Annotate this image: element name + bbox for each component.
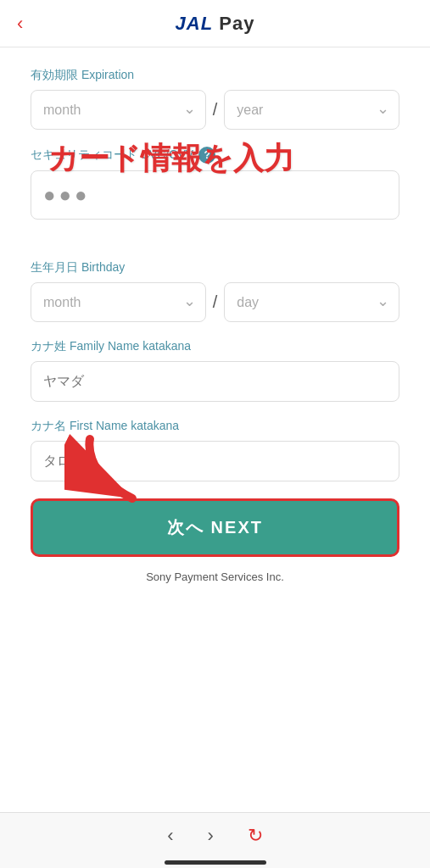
expiration-group: 有効期限 Expiration month / year: [31, 68, 399, 130]
family-name-group: カナ姓 Family Name katakana: [31, 339, 399, 402]
birthday-month-wrapper: month: [31, 282, 206, 322]
help-icon[interactable]: ?: [198, 147, 215, 164]
main-content: 有効期限 Expiration month / year セキュリティコード C…: [0, 47, 430, 812]
app-title: JAL Pay: [176, 13, 255, 35]
home-bar: [165, 860, 266, 865]
family-name-input[interactable]: [31, 361, 399, 402]
security-group: セキュリティコード CVC/CVV ? カード情報を入力: [31, 147, 399, 220]
next-button[interactable]: 次へ NEXT: [31, 498, 399, 557]
month-select-wrapper: month: [31, 90, 206, 130]
birthday-separator: /: [213, 292, 218, 312]
birthday-month-select[interactable]: month: [31, 282, 206, 322]
home-indicator: [0, 855, 430, 868]
security-label-row: セキュリティコード CVC/CVV ?: [31, 147, 399, 164]
nav-forward-button[interactable]: ›: [208, 825, 214, 847]
footer-text: Sony Payment Services Inc.: [31, 570, 399, 583]
expiration-month-select[interactable]: month: [31, 90, 206, 130]
next-button-section: 次へ NEXT: [31, 498, 399, 570]
title-jal: JAL: [176, 13, 214, 34]
expiration-row: month / year: [31, 90, 399, 130]
nav-reload-button[interactable]: ↻: [248, 825, 263, 847]
back-button[interactable]: ‹: [17, 13, 23, 35]
first-name-group: カナ名 First Name katakana: [31, 419, 399, 481]
birthday-day-select[interactable]: day: [224, 282, 399, 322]
first-name-input[interactable]: [31, 441, 399, 481]
security-input[interactable]: [31, 170, 399, 220]
birthday-group: 生年月日 Birthday month / day: [31, 260, 399, 322]
expiration-separator: /: [213, 100, 218, 120]
title-pay: Pay: [213, 13, 254, 34]
expiration-label: 有効期限 Expiration: [31, 68, 399, 83]
expiration-year-select[interactable]: year: [224, 90, 399, 130]
header: ‹ JAL Pay: [0, 0, 430, 47]
nav-back-button[interactable]: ‹: [167, 825, 173, 847]
bottom-nav: ‹ › ↻: [0, 812, 430, 855]
first-name-label: カナ名 First Name katakana: [31, 419, 399, 434]
year-select-wrapper: year: [224, 90, 399, 130]
family-name-label: カナ姓 Family Name katakana: [31, 339, 399, 354]
birthday-label: 生年月日 Birthday: [31, 260, 399, 275]
birthday-day-wrapper: day: [224, 282, 399, 322]
birthday-row: month / day: [31, 282, 399, 322]
security-label: セキュリティコード CVC/CVV: [31, 147, 193, 163]
